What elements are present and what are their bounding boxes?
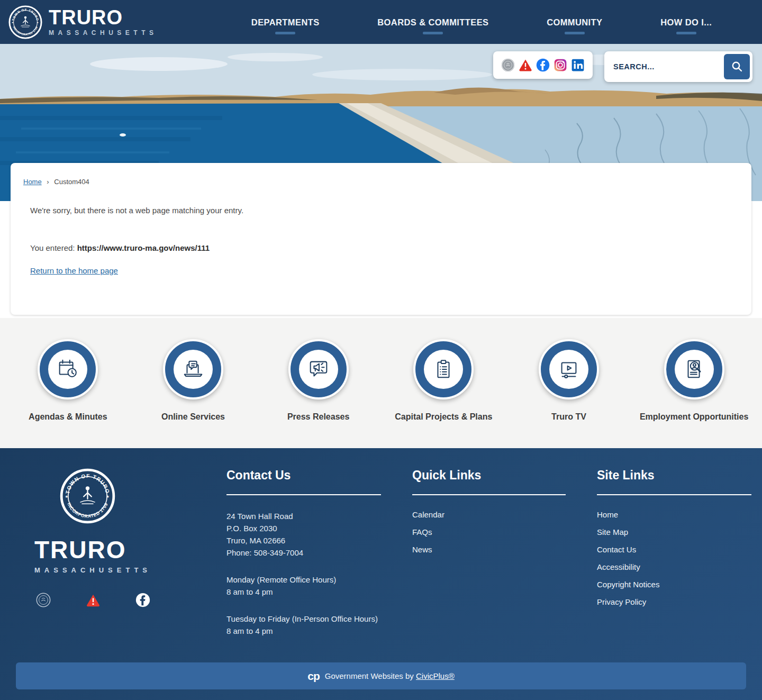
- quick-link-news[interactable]: News: [412, 545, 566, 554]
- linkedin-icon: [570, 58, 585, 72]
- footer-site-subtitle: MASSACHUSETTS: [34, 566, 151, 574]
- facebook-social-link[interactable]: [135, 592, 151, 610]
- tile-truro-tv[interactable]: Truro TV: [509, 339, 629, 422]
- breadcrumb: Home › Custom404: [23, 178, 739, 186]
- clipboard-list-icon: [431, 357, 456, 381]
- alert-social-link[interactable]: [85, 592, 101, 610]
- laptop-chat-icon: [181, 357, 205, 381]
- tile-label: Online Services: [133, 412, 253, 422]
- tile-circle: [413, 339, 474, 399]
- nav-underline: [423, 32, 443, 34]
- entered-url-line: You entered: https://www.truro-ma.gov/ne…: [30, 243, 739, 252]
- tile-press-releases[interactable]: Press Releases: [259, 339, 378, 422]
- tile-agendas-minutes[interactable]: Agendas & Minutes: [8, 339, 128, 422]
- nav-underline: [275, 32, 295, 34]
- tile-label: Press Releases: [259, 412, 378, 422]
- instagram-social-link[interactable]: [553, 58, 568, 72]
- quick-link-faqs[interactable]: FAQs: [412, 528, 566, 537]
- breadcrumb-current: Custom404: [54, 178, 89, 186]
- civicplus-prefix: Government Websites by: [325, 671, 416, 680]
- site-link-site-map[interactable]: Site Map: [597, 528, 751, 537]
- search-button[interactable]: [724, 54, 750, 79]
- search-form: [604, 51, 752, 82]
- civicplus-bar: cp Government Websites by CivicPlus®: [16, 662, 746, 689]
- error-message: We're sorry, but there is not a web page…: [30, 206, 739, 215]
- quick-link-calendar[interactable]: Calendar: [412, 510, 566, 519]
- entered-url: https://www.truro-ma.gov/news/111: [77, 243, 210, 252]
- site-header: TRURO MASSACHUSETTS DEPARTMENTS BOARDS &…: [0, 0, 762, 44]
- instagram-icon: [553, 58, 568, 72]
- breadcrumb-home-link[interactable]: Home: [23, 178, 42, 186]
- nav-label: DEPARTMENTS: [251, 17, 320, 27]
- tile-circle: [288, 339, 349, 399]
- nav-underline: [565, 32, 585, 34]
- address-line: P.O. Box 2030: [226, 522, 381, 534]
- alert-icon: [85, 592, 101, 608]
- alert-social-link[interactable]: [518, 58, 533, 72]
- town-seal-icon: [8, 5, 42, 39]
- nav-item-boards-committees[interactable]: BOARDS & COMMITTEES: [377, 10, 488, 34]
- civicplus-logo-icon: cp: [307, 670, 320, 683]
- truro-logo[interactable]: TRURO MASSACHUSETTS: [8, 5, 158, 39]
- search-icon: [731, 60, 743, 73]
- town-seal-social-link[interactable]: [35, 592, 51, 610]
- quick-links-heading: Quick Links: [412, 468, 566, 483]
- tile-circle: [163, 339, 223, 399]
- nav-item-departments[interactable]: DEPARTMENTS: [251, 10, 320, 34]
- search-input[interactable]: [607, 54, 724, 79]
- tile-label: Truro TV: [509, 412, 629, 422]
- civicplus-link[interactable]: CivicPlus®: [416, 671, 455, 680]
- town-seal-icon: [501, 58, 515, 72]
- hours-time: 8 am to 4 pm: [226, 625, 381, 637]
- tile-online-services[interactable]: Online Services: [133, 339, 253, 422]
- address-line: 24 Town Hall Road: [226, 510, 381, 522]
- facebook-social-link[interactable]: [536, 58, 550, 72]
- nav-label: HOW DO I...: [660, 17, 712, 27]
- linkedin-social-link[interactable]: [570, 58, 585, 72]
- tile-label: Capital Projects & Plans: [384, 412, 503, 422]
- divider: [226, 494, 381, 495]
- nav-label: BOARDS & COMMITTEES: [377, 17, 488, 27]
- return-home-link[interactable]: Return to the home page: [30, 266, 118, 275]
- alert-icon: [518, 58, 533, 72]
- content-card: Home › Custom404 We're sorry, but there …: [11, 163, 751, 315]
- address-line: Truro, MA 02666: [226, 534, 381, 547]
- site-link-privacy[interactable]: Privacy Policy: [597, 597, 751, 606]
- tile-circle: [38, 339, 98, 399]
- site-links-heading: Site Links: [597, 468, 751, 483]
- tile-circle: [664, 339, 724, 399]
- hours-time: 8 am to 4 pm: [226, 586, 381, 598]
- divider: [412, 494, 566, 495]
- hours-title: Tuesday to Friday (In-Person Office Hour…: [226, 613, 381, 625]
- divider: [597, 494, 751, 495]
- site-title: TRURO: [49, 7, 158, 28]
- site-footer: TRURO MASSACHUSETTS: [0, 448, 762, 700]
- facebook-icon: [536, 58, 550, 72]
- tile-label: Employment Opportunities: [634, 412, 754, 422]
- nav-underline: [676, 32, 696, 34]
- calendar-clock-icon: [56, 357, 80, 381]
- hours-title: Monday (Remote Office Hours): [226, 574, 381, 586]
- town-seal-social-link[interactable]: [501, 58, 515, 72]
- tile-employment[interactable]: Employment Opportunities: [634, 339, 754, 422]
- tile-capital-projects[interactable]: Capital Projects & Plans: [384, 339, 503, 422]
- video-player-icon: [557, 357, 581, 381]
- nav-item-community[interactable]: COMMUNITY: [547, 10, 602, 34]
- tile-circle: [539, 339, 599, 399]
- civicplus-text: Government Websites by CivicPlus®: [325, 671, 455, 680]
- footer-contact: Contact Us 24 Town Hall Road P.O. Box 20…: [226, 468, 381, 637]
- contact-heading: Contact Us: [226, 468, 381, 483]
- nav-item-how-do-i[interactable]: HOW DO I...: [660, 10, 712, 34]
- entered-label: You entered:: [30, 243, 77, 252]
- site-link-copyright[interactable]: Copyright Notices: [597, 580, 751, 589]
- site-link-accessibility[interactable]: Accessibility: [597, 562, 751, 571]
- quick-links-section: Agendas & Minutes Online Services: [0, 318, 762, 448]
- social-links-bar: [493, 51, 593, 79]
- site-subtitle: MASSACHUSETTS: [49, 29, 158, 37]
- site-link-contact-us[interactable]: Contact Us: [597, 545, 751, 554]
- main-nav: DEPARTMENTS BOARDS & COMMITTEES COMMUNIT…: [222, 10, 741, 34]
- footer-quick-links: Quick Links Calendar FAQs News: [412, 468, 566, 637]
- town-seal-icon: [60, 468, 115, 524]
- site-link-home[interactable]: Home: [597, 510, 751, 519]
- footer-brand: TRURO MASSACHUSETTS: [16, 468, 226, 637]
